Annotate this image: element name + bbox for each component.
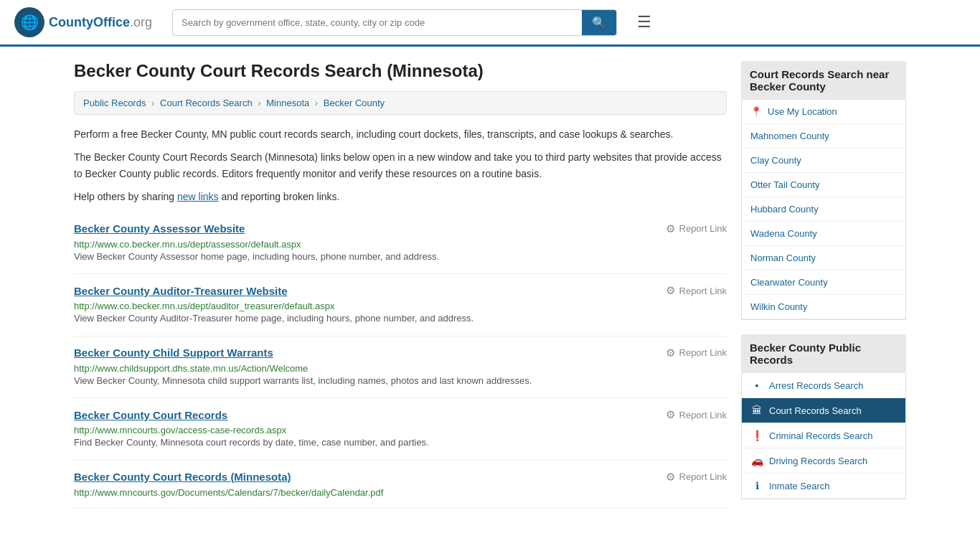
near-county-item[interactable]: Norman County — [742, 246, 905, 270]
record-url[interactable]: http://www.co.becker.mn.us/dept/assessor… — [74, 239, 301, 250]
description-3: Help others by sharing new links and rep… — [74, 189, 727, 204]
report-link-button[interactable]: ⚙ Report Link — [666, 222, 727, 235]
record-item: Becker County Child Support Warrants ⚙ R… — [74, 336, 727, 399]
record-type-icon: ℹ — [750, 480, 763, 491]
breadcrumb-minnesota[interactable]: Minnesota — [266, 98, 309, 108]
record-header: Becker County Auditor-Treasurer Website … — [74, 284, 727, 297]
logo[interactable]: 🌐 CountyOffice.org — [14, 7, 158, 37]
record-type-icon: ▪ — [750, 380, 763, 391]
record-item: Becker County Court Records ⚙ Report Lin… — [74, 398, 727, 461]
near-county-item[interactable]: Wilkin County — [742, 295, 905, 319]
near-county-header: Court Records Search near Becker County — [741, 61, 906, 100]
record-type-icon: 🚗 — [750, 455, 763, 466]
record-description: View Becker County Assessor home page, i… — [74, 250, 727, 264]
header: 🌐 CountyOffice.org 🔍 ☰ — [0, 0, 980, 47]
record-type-label: Criminal Records Search — [769, 430, 873, 441]
near-county-item[interactable]: Wadena County — [742, 222, 905, 246]
near-county-section: Court Records Search near Becker County … — [741, 61, 906, 320]
main-container: Becker County Court Records Search (Minn… — [60, 47, 920, 528]
new-links[interactable]: new links — [177, 191, 219, 202]
record-description: View Becker County, Minnesota child supp… — [74, 374, 727, 388]
record-type-label: Arrest Records Search — [769, 380, 864, 391]
record-title[interactable]: Becker County Court Records (Minnesota) — [74, 471, 291, 483]
records-list: Becker County Assessor Website ⚙ Report … — [74, 212, 727, 509]
report-icon: ⚙ — [666, 222, 675, 235]
record-url[interactable]: http://www.mncourts.gov/access-case-reco… — [74, 425, 286, 435]
record-type-icon: 🏛 — [750, 405, 763, 416]
public-records-header: Becker County Public Records — [741, 334, 906, 373]
public-record-item[interactable]: ▪ Arrest Records Search — [742, 373, 905, 398]
menu-button[interactable]: ☰ — [631, 10, 657, 34]
public-record-item[interactable]: ℹ Inmate Search — [742, 474, 905, 499]
use-location[interactable]: 📍 Use My Location — [742, 100, 905, 124]
record-title[interactable]: Becker County Child Support Warrants — [74, 347, 273, 359]
record-header: Becker County Child Support Warrants ⚙ R… — [74, 347, 727, 359]
report-link-button[interactable]: ⚙ Report Link — [666, 471, 727, 484]
location-icon: 📍 — [750, 106, 762, 117]
record-item: Becker County Assessor Website ⚙ Report … — [74, 212, 727, 275]
content-area: Becker County Court Records Search (Minn… — [74, 61, 727, 514]
near-county-item[interactable]: Hubbard County — [742, 197, 905, 222]
record-title[interactable]: Becker County Auditor-Treasurer Website — [74, 285, 288, 297]
near-county-item[interactable]: Otter Tail County — [742, 173, 905, 197]
report-icon: ⚙ — [666, 284, 675, 297]
near-county-item[interactable]: Clearwater County — [742, 270, 905, 295]
record-header: Becker County Court Records ⚙ Report Lin… — [74, 408, 727, 421]
report-link-label: Report Link — [679, 347, 727, 358]
report-link-button[interactable]: ⚙ Report Link — [666, 284, 727, 297]
record-url[interactable]: http://www.childsupport.dhs.state.mn.us/… — [74, 363, 308, 374]
report-link-label: Report Link — [679, 223, 727, 234]
search-input[interactable] — [173, 11, 582, 34]
near-county-list: 📍 Use My Location Mahnomen CountyClay Co… — [741, 100, 906, 320]
report-link-label: Report Link — [679, 410, 727, 420]
report-link-label: Report Link — [679, 471, 727, 482]
public-record-item[interactable]: 🏛 Court Records Search — [742, 398, 905, 423]
public-records-items: ▪ Arrest Records Search 🏛 Court Records … — [742, 373, 905, 499]
record-url[interactable]: http://www.mncourts.gov/Documents/Calend… — [74, 487, 383, 498]
public-record-item[interactable]: 🚗 Driving Records Search — [742, 448, 905, 474]
record-header: Becker County Assessor Website ⚙ Report … — [74, 222, 727, 235]
public-records-section: Becker County Public Records ▪ Arrest Re… — [741, 334, 906, 499]
logo-icon: 🌐 — [14, 7, 44, 37]
breadcrumb-public-records[interactable]: Public Records — [83, 98, 146, 108]
public-records-list: ▪ Arrest Records Search 🏛 Court Records … — [741, 373, 906, 499]
near-counties: Mahnomen CountyClay CountyOtter Tail Cou… — [742, 124, 905, 319]
report-icon: ⚙ — [666, 347, 675, 359]
breadcrumb-becker-county[interactable]: Becker County — [324, 98, 385, 108]
logo-text: CountyOffice.org — [49, 15, 152, 30]
record-type-label: Court Records Search — [769, 405, 862, 416]
near-county-item[interactable]: Mahnomen County — [742, 124, 905, 149]
record-title[interactable]: Becker County Assessor Website — [74, 222, 245, 235]
search-bar: 🔍 — [172, 9, 617, 36]
record-description: Find Becker County, Minnesota court reco… — [74, 435, 727, 450]
breadcrumb-court-records-search[interactable]: Court Records Search — [160, 98, 253, 108]
report-link-label: Report Link — [679, 286, 727, 296]
sidebar: Court Records Search near Becker County … — [741, 61, 906, 514]
public-record-item[interactable]: ❗ Criminal Records Search — [742, 423, 905, 448]
description-1: Perform a free Becker County, MN public … — [74, 126, 727, 142]
record-type-label: Inmate Search — [769, 481, 830, 491]
record-title[interactable]: Becker County Court Records — [74, 409, 227, 421]
near-county-item[interactable]: Clay County — [742, 149, 905, 173]
search-button[interactable]: 🔍 — [582, 10, 616, 35]
record-header: Becker County Court Records (Minnesota) … — [74, 471, 727, 484]
description-2: The Becker County Court Records Search (… — [74, 149, 727, 182]
breadcrumb: Public Records › Court Records Search › … — [74, 91, 727, 115]
page-title: Becker County Court Records Search (Minn… — [74, 61, 727, 81]
report-link-button[interactable]: ⚙ Report Link — [666, 408, 727, 421]
report-link-button[interactable]: ⚙ Report Link — [666, 347, 727, 359]
record-type-icon: ❗ — [750, 430, 763, 441]
report-icon: ⚙ — [666, 471, 675, 484]
record-description: View Becker County Auditor-Treasurer hom… — [74, 311, 727, 326]
record-url[interactable]: http://www.co.becker.mn.us/dept/auditor_… — [74, 301, 334, 311]
report-icon: ⚙ — [666, 408, 675, 421]
record-item: Becker County Auditor-Treasurer Website … — [74, 274, 727, 336]
record-item: Becker County Court Records (Minnesota) … — [74, 461, 727, 509]
record-type-label: Driving Records Search — [769, 456, 867, 466]
